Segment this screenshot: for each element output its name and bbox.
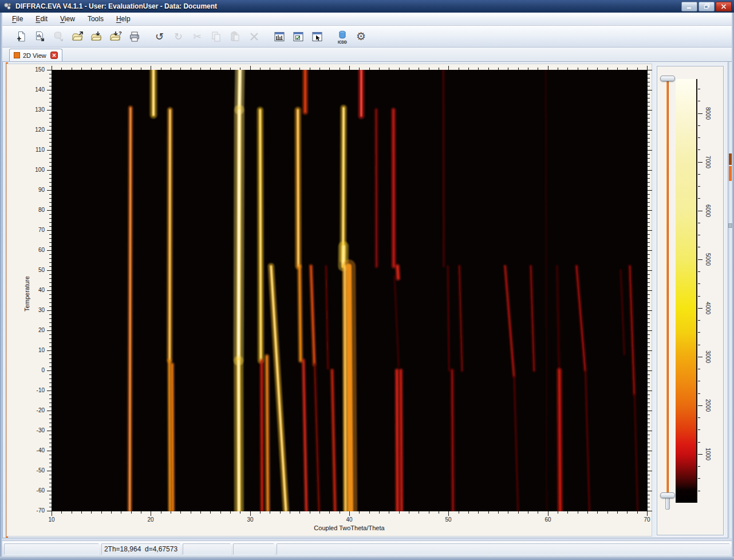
tab-2d-view[interactable]: 2D View: [9, 49, 62, 61]
icdd-database-button[interactable]: ICDD: [333, 28, 351, 45]
scan-view-button[interactable]: [270, 28, 288, 45]
export-button[interactable]: [69, 28, 86, 45]
colorbar-lower-thumb-stem[interactable]: [665, 497, 670, 510]
icdd-database-icon: ICDD: [335, 29, 350, 44]
minimize-icon: [686, 2, 692, 11]
close-icon: [721, 2, 727, 11]
window-title: DIFFRAC.EVA V4.1.1 - User: EvaluationUse…: [15, 2, 217, 10]
restore-icon: [704, 2, 710, 11]
menu-view[interactable]: View: [54, 14, 81, 24]
close-button[interactable]: [716, 2, 732, 11]
select-tool-icon: [311, 31, 323, 42]
dock-splitter-handle[interactable]: [728, 223, 732, 228]
dock-marker-dark: [729, 153, 732, 165]
settings-button[interactable]: ⚙: [352, 28, 370, 45]
settings-icon: ⚙: [356, 31, 366, 42]
print-icon: [129, 31, 140, 42]
restore-button[interactable]: [699, 2, 715, 11]
dock-marker-orange: [729, 166, 732, 181]
window-controls: [681, 2, 732, 11]
import-file-icon: [90, 31, 103, 42]
import-file-query-button[interactable]: ?: [106, 28, 124, 45]
undo-button[interactable]: ↺: [151, 28, 168, 45]
scan-view-icon: [274, 31, 285, 42]
new-document-button[interactable]: [12, 28, 30, 45]
export-icon: [72, 31, 84, 42]
tab-close-icon[interactable]: [50, 52, 58, 59]
status-cell-1: [4, 543, 99, 555]
redo-icon: ↻: [174, 31, 183, 42]
cursor-readout: 2Th=18,964 d=4,67573: [101, 543, 180, 555]
svg-text:ICDD: ICDD: [338, 40, 347, 44]
colorbar-upper-thumb[interactable]: [660, 76, 675, 81]
2d-view-icon: [14, 52, 20, 58]
delete-button: [245, 28, 263, 45]
window-frame-right: [732, 13, 734, 557]
tab-2d-view-label: 2D View: [23, 52, 46, 59]
property-view-button[interactable]: [289, 28, 307, 45]
new-document-icon: [15, 31, 27, 42]
status-cell-4: [233, 543, 274, 555]
colorbar-lower-thumb[interactable]: [660, 492, 675, 498]
cut-icon: ✂: [193, 31, 202, 42]
import-file-query-icon: ?: [109, 31, 122, 42]
y-axis-title: Temperature: [23, 276, 30, 311]
menu-file[interactable]: File: [6, 14, 29, 24]
app-icon: [3, 2, 13, 11]
paste-button: [226, 28, 244, 45]
copy-icon: [211, 31, 222, 42]
status-cell-5: [277, 543, 730, 555]
copy-button: [207, 28, 225, 45]
colorbar-gradient: [676, 79, 697, 503]
heatmap-plot[interactable]: [52, 70, 648, 511]
toolbar: ?↺↻✂ICDD⚙: [2, 26, 732, 48]
window-frame-bottom: [0, 557, 734, 560]
status-cell-3: [183, 543, 231, 555]
menu-edit[interactable]: Edit: [29, 14, 54, 24]
app-window: DIFFRAC.EVA V4.1.1 - User: EvaluationUse…: [0, 0, 734, 560]
menu-help[interactable]: Help: [110, 14, 137, 24]
titlebar: DIFFRAC.EVA V4.1.1 - User: EvaluationUse…: [0, 0, 734, 13]
property-view-icon: [293, 31, 304, 42]
tabbar: 2D View: [2, 48, 732, 61]
menubar: FileEditViewToolsHelp: [2, 13, 732, 26]
cut-button: ✂: [188, 28, 206, 45]
import-file-button[interactable]: [88, 28, 105, 45]
minimize-button[interactable]: [681, 2, 697, 11]
select-tool-button[interactable]: [308, 28, 326, 45]
right-dock-strip[interactable]: [728, 62, 732, 538]
x-axis-title: Coupled TwoTheta/Theta: [263, 524, 435, 531]
colorbar-slider-track[interactable]: [666, 80, 669, 496]
redo-button: ↻: [169, 28, 187, 45]
import-from-database-button: [50, 28, 68, 45]
delete-icon: [249, 31, 259, 42]
import-scan-button[interactable]: [31, 28, 49, 45]
import-scan-icon: [34, 31, 46, 42]
print-button[interactable]: [125, 28, 143, 45]
paste-icon: [230, 31, 241, 42]
import-from-database-icon: [53, 31, 65, 42]
menu-tools[interactable]: Tools: [81, 14, 110, 24]
undo-icon: ↺: [155, 31, 164, 42]
statusbar: 2Th=18,964 d=4,67573: [2, 541, 732, 557]
